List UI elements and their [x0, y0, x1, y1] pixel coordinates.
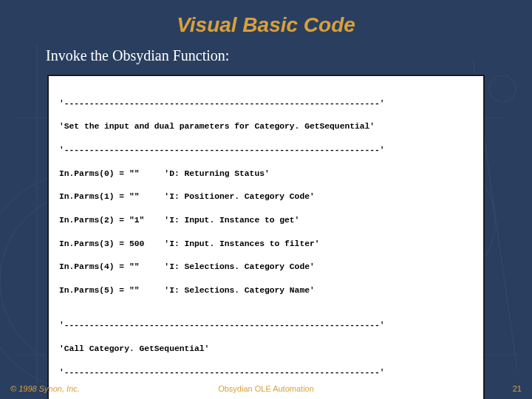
code-line: 'Call Category. GetSequential' — [59, 344, 473, 355]
code-line: In.Parms(2) = "1" 'I: Input. Instance to… — [59, 215, 473, 227]
slide-container: Visual Basic Code Invoke the Obsydian Fu… — [0, 0, 532, 399]
code-block: '---------------------------------------… — [47, 75, 485, 399]
slide-subtitle: Invoke the Obsydian Function: — [46, 47, 502, 64]
code-line: In.Parms(5) = "" 'I: Selections. Categor… — [59, 285, 473, 297]
code-line: '---------------------------------------… — [59, 145, 473, 157]
code-line: 'Set the input and dual parameters for C… — [59, 121, 473, 133]
slide-title: Visual Basic Code — [30, 13, 502, 37]
copyright-text: © 1998 Synon, Inc. — [10, 384, 80, 393]
footer-center-text: Obsydian OLE Automation — [218, 384, 314, 393]
code-line: In.Parms(1) = "" 'I: Positioner. Categor… — [59, 191, 473, 203]
code-line: '---------------------------------------… — [59, 98, 473, 110]
page-number: 21 — [513, 384, 522, 393]
code-line: In.Parms(4) = "" 'I: Selections. Categor… — [59, 262, 473, 273]
slide-footer: © 1998 Synon, Inc. Obsydian OLE Automati… — [0, 384, 532, 393]
code-line: '---------------------------------------… — [59, 320, 473, 332]
code-line: In.Parms(3) = 500 'I: Input. Instances t… — [59, 239, 473, 250]
code-line: In.Parms(0) = "" 'D: Returning Status' — [59, 168, 473, 180]
code-line: '---------------------------------------… — [59, 367, 473, 379]
